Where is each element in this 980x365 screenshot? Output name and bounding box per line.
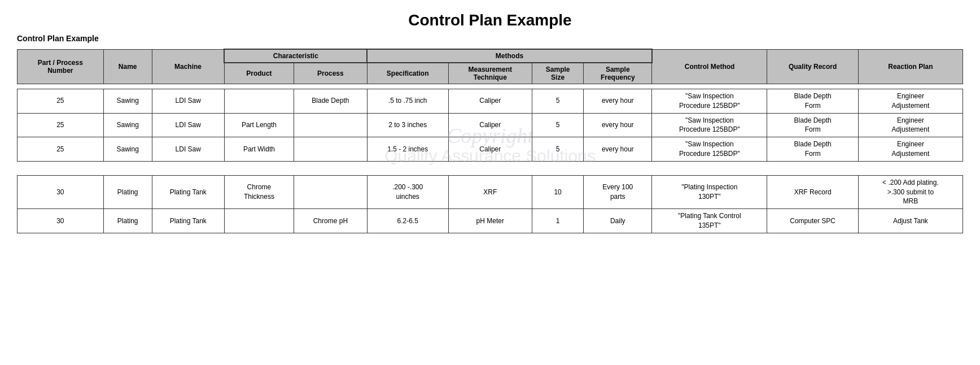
col-part-process: Part / ProcessNumber: [18, 49, 104, 84]
table-cell: XRF Record: [767, 175, 858, 208]
table-cell: Blade Depth Form: [767, 137, 858, 162]
table-cell: Sawing: [103, 113, 152, 137]
table-cell: pH Meter: [448, 209, 532, 233]
control-plan-table: Part / ProcessNumber Name Machine Charac…: [17, 49, 963, 238]
table-cell: Engineer Adjustement: [858, 113, 963, 137]
table-cell: .5 to .75 inch: [367, 89, 448, 114]
table-cell: every hour: [584, 113, 652, 137]
table-cell: Every 100 parts: [584, 175, 652, 208]
col-specification: Specification: [367, 63, 448, 84]
header-group-row: Part / ProcessNumber Name Machine Charac…: [18, 49, 963, 63]
table-row: 25SawingLDI SawBlade Depth.5 to .75 inch…: [18, 89, 963, 114]
table-cell: Computer SPC: [767, 209, 858, 233]
table-cell: Caliper: [448, 113, 532, 137]
table-cell: 2 to 3 inches: [367, 113, 448, 137]
table-cell: Blade Depth Form: [767, 113, 858, 137]
table-cell: "Saw Inspection Procedure 125BDP": [652, 113, 767, 137]
table-cell: Engineer Adjustement: [858, 137, 963, 162]
table-cell: [294, 175, 368, 208]
col-sample-size: SampleSize: [532, 63, 583, 84]
table-cell: [294, 137, 368, 162]
table-row: 25SawingLDI SawPart Length2 to 3 inchesC…: [18, 113, 963, 137]
table-row: 25SawingLDI SawPart Width1.5 - 2 inchesC…: [18, 137, 963, 162]
table-cell: 5: [532, 137, 583, 162]
table-cell: Caliper: [448, 137, 532, 162]
table-cell: 30: [18, 209, 104, 233]
col-product: Product: [224, 63, 294, 84]
col-process: Process: [294, 63, 368, 84]
table-body: 25SawingLDI SawBlade Depth.5 to .75 inch…: [18, 84, 963, 238]
table-cell: "Plating Inspection 130PT": [652, 175, 767, 208]
table-cell: "Plating Tank Control 135PT": [652, 209, 767, 233]
spacer-row-bottom: [18, 233, 963, 238]
table-cell: < .200 Add plating. >.300 submit to MRB: [858, 175, 963, 208]
table-cell: Part Width: [224, 137, 294, 162]
methods-group-header: Methods: [367, 49, 652, 63]
table-cell: 10: [532, 175, 583, 208]
table-cell: Plating Tank: [152, 209, 224, 233]
table-cell: 25: [18, 89, 104, 114]
col-quality-record: Quality Record: [767, 49, 858, 84]
table-cell: Part Length: [224, 113, 294, 137]
table-cell: Blade Depth: [294, 89, 368, 114]
table-cell: 25: [18, 137, 104, 162]
table-cell: Sawing: [103, 89, 152, 114]
col-measurement-technique: MeasurementTechnique: [448, 63, 532, 84]
page-title: Control Plan Example: [17, 11, 963, 29]
table-cell: Sawing: [103, 137, 152, 162]
table-cell: LDI Saw: [152, 89, 224, 114]
table-cell: Chrome Thickness: [224, 175, 294, 208]
table-cell: 1.5 - 2 inches: [367, 137, 448, 162]
table-cell: Chrome pH: [294, 209, 368, 233]
table-wrapper: Copyright Quality Assurance Solutions Co…: [17, 34, 963, 238]
spacer-row-top: [18, 171, 963, 176]
table-cell: 6.2-6.5: [367, 209, 448, 233]
table-cell: 30: [18, 175, 104, 208]
table-row: 30PlatingPlating TankChrome pH6.2-6.5pH …: [18, 209, 963, 233]
table-cell: 5: [532, 113, 583, 137]
table-cell: "Saw Inspection Procedure 125BDP": [652, 89, 767, 114]
table-cell: Adjust Tank: [858, 209, 963, 233]
table-cell: 1: [532, 209, 583, 233]
subtitle: Control Plan Example: [17, 34, 963, 43]
table-row: 30PlatingPlating TankChrome Thickness.20…: [18, 175, 963, 208]
table-cell: Plating: [103, 175, 152, 208]
col-name: Name: [103, 49, 152, 84]
table-cell: "Saw Inspection Procedure 125BDP": [652, 137, 767, 162]
table-cell: [294, 113, 368, 137]
table-cell: Blade Depth Form: [767, 89, 858, 114]
table-cell: 25: [18, 113, 104, 137]
characteristic-group-header: Characteristic: [224, 49, 367, 63]
table-cell: every hour: [584, 137, 652, 162]
spacer-row-top: [18, 84, 963, 89]
table-cell: .200 -.300 uinches: [367, 175, 448, 208]
spacer-row-bottom: [18, 161, 963, 166]
spacer-row: [18, 166, 963, 171]
table-cell: every hour: [584, 89, 652, 114]
table-cell: Caliper: [448, 89, 532, 114]
table-cell: [224, 209, 294, 233]
table-cell: Plating: [103, 209, 152, 233]
table-cell: Engineer Adjustement: [858, 89, 963, 114]
page-container: Control Plan Example Copyright Quality A…: [17, 11, 963, 238]
col-control-method: Control Method: [652, 49, 767, 84]
table-cell: LDI Saw: [152, 137, 224, 162]
table-cell: LDI Saw: [152, 113, 224, 137]
col-sample-frequency: SampleFrequency: [584, 63, 652, 84]
table-cell: Daily: [584, 209, 652, 233]
col-machine: Machine: [152, 49, 224, 84]
table-cell: [224, 89, 294, 114]
table-cell: XRF: [448, 175, 532, 208]
table-cell: Plating Tank: [152, 175, 224, 208]
table-cell: 5: [532, 89, 583, 114]
col-reaction-plan: Reaction Plan: [858, 49, 963, 84]
